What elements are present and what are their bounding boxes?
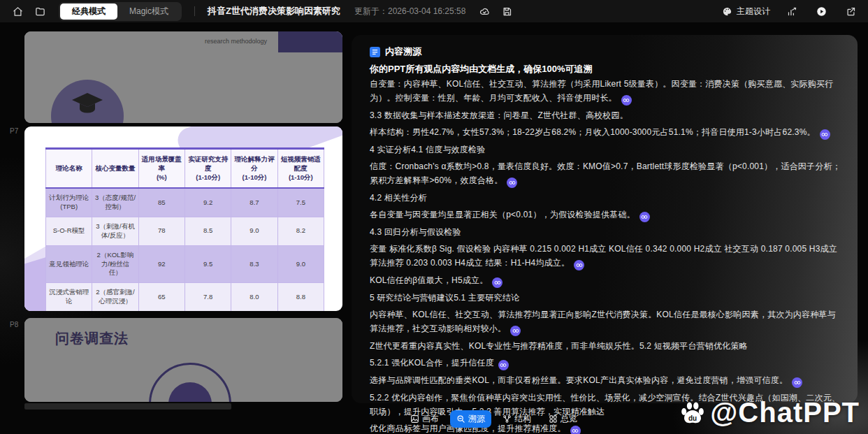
toolbar-item-label: 画布 bbox=[422, 413, 439, 425]
trace-source-link-badge[interactable] bbox=[498, 360, 509, 370]
export-icon[interactable] bbox=[843, 3, 858, 19]
magic-mode-button[interactable]: Magic模式 bbox=[117, 3, 180, 20]
slide-p6-decor-circle bbox=[51, 80, 124, 123]
trace-paragraphs: 自变量：内容种草、KOL信任、社交互动、算法推荐（均采用Likert 5级量表）… bbox=[370, 77, 841, 434]
trace-paragraph: 内容种草、KOL信任、社交互动、算法推荐均显著正向影响Z世代消费决策。KOL信任… bbox=[370, 308, 841, 336]
trace-paragraph-text: 4.2 相关性分析 bbox=[370, 193, 427, 203]
table-row: S-O-R模型3（刺激/有机体/反应）788.59.08.2 bbox=[46, 217, 324, 246]
trace-paragraph-text: 变量 标准化系数β Sig. 假设检验 内容种草 0.215 0.002 H1成… bbox=[370, 244, 837, 268]
table-header-cell: 理论解释力评分 (1-10分) bbox=[231, 149, 277, 189]
trace-paragraph: 5 研究结论与营销建议5.1 主要研究结论 bbox=[370, 291, 841, 305]
trace-panel-header: 内容溯源 你的PPT所有观点内容均由文档生成，确保100%可追溯 bbox=[370, 45, 839, 75]
toolbar-item-label: 总览 bbox=[560, 413, 577, 425]
table-cell: 9.5 bbox=[185, 245, 231, 282]
table-header-cell: 实证研究支持度 (1-10分) bbox=[185, 149, 231, 189]
trace-paragraph-text: 样本结构：男性42.7%，女性57.3%；18-22岁占68.2%；月收入100… bbox=[370, 127, 816, 137]
play-button[interactable] bbox=[813, 3, 829, 19]
table-header-cell: 理论名称 bbox=[46, 149, 92, 189]
trace-paragraph-text: Z世代更看重内容真实性、KOL专业性与推荐精准度，而非单纯娱乐性。5.2 短视频… bbox=[370, 341, 748, 351]
trace-paragraph: 变量 标准化系数β Sig. 假设检验 内容种草 0.215 0.002 H1成… bbox=[370, 242, 841, 270]
table-cell: 3（态度/规范/控制） bbox=[92, 188, 138, 217]
toolbar-item-trace[interactable]: 溯源 bbox=[450, 410, 491, 428]
topbar-right-group: 主题设计 bbox=[722, 3, 858, 19]
slide-thumbnail-p8[interactable]: 问卷调查法 bbox=[24, 318, 342, 402]
toolbar-item-overview[interactable]: 总览 bbox=[542, 410, 584, 428]
slide-p6-caption: research methodology bbox=[205, 38, 267, 45]
trace-paragraph: 选择与品牌调性匹配的垂类KOL，而非仅看粉丝量。要求KOL产出真实体验内容，避免… bbox=[370, 373, 841, 388]
table-cell: 意见领袖理论 bbox=[46, 245, 92, 282]
slide-thumbnail-p7[interactable]: 理论名称核心变量数量适用场景覆盖率 (%)实证研究支持度 (1-10分)理论解释… bbox=[24, 126, 342, 311]
trace-paragraph-text: 选择与品牌调性匹配的垂类KOL，而非仅看粉丝量。要求KOL产出真实体验内容，避免… bbox=[370, 375, 788, 385]
slide-thumbnail-p6[interactable]: research methodology bbox=[24, 31, 342, 123]
trace-paragraph-text: 4 实证分析4.1 信度与效度检验 bbox=[370, 145, 485, 154]
table-header-cell: 核心变量数量 bbox=[92, 149, 138, 189]
trace-paragraph: 5.2.1 强化KOL合作，提升信任度 bbox=[370, 356, 841, 370]
toolbar-item-structure[interactable]: 结构 bbox=[496, 410, 537, 428]
topbar-divider bbox=[194, 6, 195, 16]
table-header-cell: 短视频营销适配度 (1-10分) bbox=[277, 149, 324, 189]
trace-paragraph: 各自变量与因变量均呈显著正相关（p<0.01），为假设检验提供基础。 bbox=[370, 208, 841, 222]
chatppt-app: 经典模式 Magic模式 抖音Z世代消费决策影响因素研究 更新于：2026-03… bbox=[0, 0, 868, 434]
trace-paragraph: 4.2 相关性分析 bbox=[370, 191, 841, 205]
trace-paragraph: 4.3 回归分析与假设检验 bbox=[370, 225, 841, 239]
trace-source-link-badge[interactable] bbox=[639, 212, 650, 222]
home-icon[interactable] bbox=[10, 3, 25, 19]
trace-paragraph: 样本结构：男性42.7%，女性57.3%；18-22岁占68.2%；月收入100… bbox=[370, 125, 841, 140]
toolbar-item-canvas[interactable]: 画布 bbox=[404, 410, 445, 428]
trace-source-link-badge[interactable] bbox=[621, 95, 632, 106]
table-cell: 3（刺激/有机体/反应） bbox=[92, 217, 138, 246]
table-row: 沉浸式营销理论2（感官刺激/心理沉浸）657.88.08.8 bbox=[46, 283, 324, 311]
page-label-p8: P8 bbox=[10, 321, 18, 328]
trace-source-link-badge[interactable] bbox=[820, 129, 830, 140]
trace-paragraph: 4 实证分析4.1 信度与效度检验 bbox=[370, 143, 841, 157]
canvas-icon bbox=[410, 414, 419, 424]
table-cell: 8.2 bbox=[277, 217, 324, 246]
classic-mode-button[interactable]: 经典模式 bbox=[60, 3, 117, 20]
trace-source-link-badge[interactable] bbox=[510, 326, 521, 336]
slide-thumbnail-next-edge[interactable] bbox=[24, 403, 231, 410]
graduation-cap-icon bbox=[71, 92, 103, 120]
toolbar-item-label: 溯源 bbox=[468, 413, 485, 425]
analytics-icon[interactable] bbox=[784, 3, 800, 19]
table-cell: 9.0 bbox=[277, 245, 324, 282]
table-cell: 78 bbox=[138, 217, 185, 246]
bottom-toolbar: 画布溯源结构总览 bbox=[404, 410, 584, 428]
table-cell: 9.0 bbox=[231, 217, 277, 246]
updated-timestamp: 更新于：2026-03-04 16:25:58 bbox=[354, 6, 465, 17]
trace-source-link-badge[interactable] bbox=[507, 178, 517, 188]
cloud-sync-icon[interactable] bbox=[477, 3, 492, 19]
trace-source-link-badge[interactable] bbox=[492, 277, 502, 288]
trace-source-link-badge[interactable] bbox=[792, 377, 802, 388]
page-label-p7: P7 bbox=[10, 127, 18, 135]
save-icon[interactable] bbox=[499, 3, 514, 19]
slide-p8-decor-dot bbox=[168, 382, 212, 402]
theory-table-head-row: 理论名称核心变量数量适用场景覆盖率 (%)实证研究支持度 (1-10分)理论解释… bbox=[46, 149, 324, 189]
folder-icon[interactable] bbox=[32, 3, 48, 19]
table-cell: 92 bbox=[138, 245, 185, 282]
slide-p8-title: 问卷调查法 bbox=[55, 329, 129, 348]
table-cell: 8.8 bbox=[277, 283, 324, 311]
svg-text:du: du bbox=[688, 414, 697, 422]
trace-paragraph-text: 4.3 回归分析与假设检验 bbox=[370, 227, 461, 237]
content-trace-panel: 内容溯源 你的PPT所有观点内容均由文档生成，确保100%可追溯 自变量：内容种… bbox=[352, 35, 858, 403]
watermark: du @ChatPPT bbox=[679, 397, 860, 428]
table-cell: S-O-R模型 bbox=[46, 217, 92, 246]
trace-paragraph: 自变量：内容种草、KOL信任、社交互动、算法推荐（均采用Likert 5级量表）… bbox=[370, 77, 841, 106]
theme-design-button[interactable]: 主题设计 bbox=[722, 6, 770, 17]
table-cell: 计划行为理论 (TPB) bbox=[46, 188, 92, 217]
trace-paragraph-text: 自变量：内容种草、KOL信任、社交互动、算法推荐（均采用Likert 5级量表）… bbox=[370, 79, 833, 103]
trace-doc-icon bbox=[370, 47, 380, 57]
table-row: 计划行为理论 (TPB)3（态度/规范/控制）859.28.77.5 bbox=[46, 188, 324, 217]
table-cell: 8.5 bbox=[185, 217, 231, 246]
slide-p6-decor-rect bbox=[278, 31, 342, 52]
table-cell: 85 bbox=[138, 188, 185, 217]
trace-paragraph-text: 信度：Cronbach's α系数均>0.8，量表信度良好。效度：KMO值>0.… bbox=[370, 161, 841, 185]
toolbar-item-label: 结构 bbox=[514, 413, 531, 425]
trace-paragraph-text: 3.3 数据收集与样本描述发放渠道：问卷星、Z世代社群、高校校园。 bbox=[370, 110, 628, 120]
watermark-text: @ChatPPT bbox=[710, 397, 860, 428]
table-cell: 7.5 bbox=[277, 188, 324, 217]
trace-source-link-badge[interactable] bbox=[574, 260, 584, 270]
trace-paragraph: Z世代更看重内容真实性、KOL专业性与推荐精准度，而非单纯娱乐性。5.2 短视频… bbox=[370, 339, 841, 353]
table-cell: 2（KOL影响力/粉丝信任） bbox=[92, 245, 138, 282]
trace-paragraph-text: 5 研究结论与营销建议5.1 主要研究结论 bbox=[370, 293, 519, 303]
